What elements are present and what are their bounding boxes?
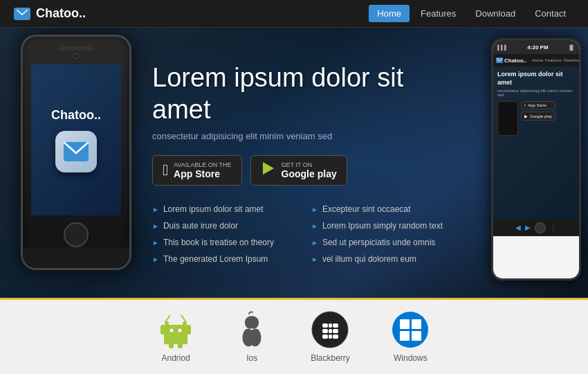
svg-rect-23 [333,329,338,333]
mini-forward-arrow[interactable]: ▶ [525,224,531,231]
feature-item-2: ► Duis aute irure dolor [152,219,291,233]
arrow-icon-2: ► [152,222,159,230]
mini-back-arrow[interactable]: ◀ [515,224,521,231]
svg-marker-2 [263,162,274,175]
feature-item-1: ► Lorem ipsum dolor sit amet [152,202,291,216]
svg-rect-20 [329,323,332,328]
hero-content: Lorem ipsum dolor sit amet consectetur a… [152,62,450,266]
svg-rect-10 [169,341,174,348]
svg-rect-28 [412,319,421,329]
svg-rect-24 [329,335,332,339]
windows-label: Windows [394,353,428,363]
arrow-icon-8: ► [311,256,318,263]
mini-menu-icon[interactable]: ⋮ [550,224,557,231]
arrow-icon-4: ► [152,256,159,263]
svg-rect-21 [333,323,338,328]
windows-icon [392,311,430,349]
arrow-icon-6: ► [311,222,318,230]
googleplay-text: GET IT ON Google play [282,161,337,179]
feature-item-3: ► This book is treatise on theory [152,235,291,249]
hero-title: Lorem ipsum dolor sit amet [152,62,450,125]
blackberry-label: Blackberry [311,353,350,363]
mini-nav-links: Home Features Download Contact [532,58,579,62]
arrow-icon-7: ► [311,239,318,247]
platform-blackberry: Blackberry [311,311,350,363]
mini-googleplay-btn[interactable]: ▶ Google play [521,112,555,121]
svg-rect-9 [164,336,187,344]
googleplay-button[interactable]: GET IT ON Google play [250,155,347,186]
apple-icon [235,311,269,349]
mini-home-button[interactable] [535,222,546,233]
mini-browser-bar: ▌▌▌ 4:20 PM ▐▌ [493,40,579,54]
mini-appstore-btn[interactable]:  App Store [521,101,555,109]
svg-rect-29 [400,331,410,341]
svg-rect-25 [333,335,338,339]
phone-app-icon [55,131,97,172]
svg-rect-19 [322,335,328,339]
nav-download[interactable]: Download [467,5,524,22]
platform-windows: Windows [392,311,430,363]
googleplay-label-small: GET IT ON [282,161,337,168]
signal-icon: ▌▌▌ [497,45,508,50]
brand: Chatoo.. [14,6,86,21]
mini-bottom-bar: ◀ ▶ ⋮ [493,219,579,236]
svg-point-14 [170,329,174,332]
android-label: Andriod [161,353,190,363]
mini-phone-thumb-1 [497,101,518,136]
svg-rect-8 [186,325,191,335]
arrow-icon-5: ► [311,206,318,213]
svg-rect-30 [412,331,421,341]
nav-contact[interactable]: Contact [526,5,574,22]
svg-point-26 [392,312,428,348]
platform-ios: Ios [235,311,269,363]
store-buttons:  AVAILABLE ON THE App Store GET IT ON G… [152,155,450,186]
ios-label: Ios [246,353,257,363]
svg-rect-22 [329,329,332,333]
phone-speaker [59,46,93,51]
svg-line-13 [181,315,186,322]
appstore-label-large: App Store [174,168,232,179]
appstore-label-small: AVAILABLE ON THE [174,161,232,168]
mini-content: Lorem ipsum dolor sit amet consectetur a… [493,66,579,219]
phone-left: Chatoo.. [21,35,131,270]
feature-item-6: ► Lorem Ipsum simply random text [311,219,450,233]
phone-screen: Chatoo.. [31,64,121,216]
svg-rect-17 [322,323,328,328]
blackberry-icon [311,311,349,349]
mini-android-icon: ▶ [524,114,528,118]
phone-bottom-bar [23,247,129,268]
brand-name: Chatoo.. [36,6,86,21]
brand-icon [14,8,30,20]
svg-rect-18 [322,329,328,333]
battery-icon: ▐▌ [568,45,575,50]
android-store-icon [261,161,276,180]
phone-camera [73,53,79,59]
nav-features[interactable]: Features [412,5,464,22]
platform-section: Andriod Ios Blackberry [0,298,588,374]
platform-android: Andriod [158,311,193,363]
mini-time: 4:20 PM [511,44,565,51]
svg-rect-27 [400,319,410,329]
nav-home[interactable]: Home [369,5,410,22]
hero-subtitle: consectetur adipisicing elit minim venia… [152,131,450,141]
appstore-button[interactable]:  AVAILABLE ON THE App Store [152,155,242,186]
svg-line-12 [165,315,170,322]
appstore-text: AVAILABLE ON THE App Store [174,161,232,179]
feature-item-7: ► Sed ut perspiciatis unde omnis [311,235,450,249]
arrow-icon-3: ► [152,239,159,247]
mini-nav: Chatoo.. Home Features Download Contact [493,54,579,66]
mini-title: Lorem ipsum dolor sit amet [497,71,575,87]
arrow-icon-1: ► [152,206,159,213]
nav-links: Home Features Download Contact [369,5,574,22]
android-icon [158,311,193,349]
mini-brand-icon [496,57,503,63]
phone-app-name: Chatoo.. [51,108,101,123]
hero-section: Chatoo.. Lorem ipsum dolor sit amet cons… [0,28,588,298]
feature-item-5: ► Excepteur sint occaecat [311,202,450,216]
phone-right-screen: ▌▌▌ 4:20 PM ▐▌ Chatoo.. Home Features Do… [493,40,579,278]
mini-brand: Chatoo.. [496,57,526,64]
mini-phones-row:  App Store ▶ Google play [497,101,575,136]
phone-home-button[interactable] [64,222,89,247]
apple-store-icon:  [163,161,168,179]
mini-subtitle: consectetur adipisicing elit minim venia… [497,89,575,97]
